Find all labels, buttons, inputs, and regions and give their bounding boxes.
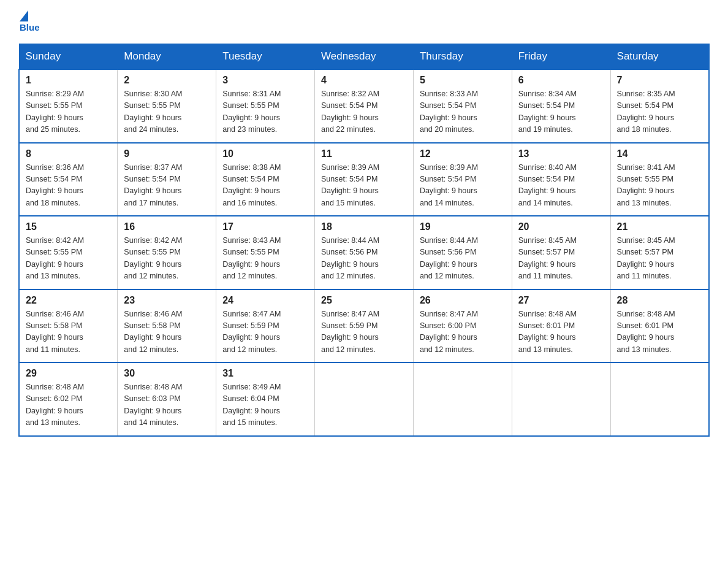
- day-number: 28: [617, 295, 702, 306]
- calendar-cell: 27Sunrise: 8:48 AM Sunset: 6:01 PM Dayli…: [512, 289, 610, 363]
- day-number: 26: [420, 295, 506, 306]
- day-number: 20: [518, 221, 604, 232]
- calendar-cell: [315, 362, 414, 436]
- day-info: Sunrise: 8:42 AM Sunset: 5:55 PM Dayligh…: [26, 235, 111, 283]
- calendar-cell: 22Sunrise: 8:46 AM Sunset: 5:58 PM Dayli…: [19, 289, 118, 363]
- day-info: Sunrise: 8:42 AM Sunset: 5:55 PM Dayligh…: [124, 235, 210, 283]
- calendar-cell: 19Sunrise: 8:44 AM Sunset: 5:56 PM Dayli…: [413, 216, 512, 289]
- calendar-cell: 21Sunrise: 8:45 AM Sunset: 5:57 PM Dayli…: [610, 216, 709, 289]
- day-number: 4: [321, 75, 407, 86]
- day-info: Sunrise: 8:29 AM Sunset: 5:55 PM Dayligh…: [26, 88, 111, 136]
- day-header-saturday: Saturday: [610, 44, 709, 70]
- day-info: Sunrise: 8:46 AM Sunset: 5:58 PM Dayligh…: [124, 308, 210, 356]
- calendar-cell: 1Sunrise: 8:29 AM Sunset: 5:55 PM Daylig…: [19, 69, 118, 143]
- calendar-cell: 3Sunrise: 8:31 AM Sunset: 5:55 PM Daylig…: [216, 69, 315, 143]
- day-info: Sunrise: 8:34 AM Sunset: 5:54 PM Dayligh…: [518, 88, 604, 136]
- page-header: Blue: [18, 12, 710, 33]
- calendar-cell: 28Sunrise: 8:48 AM Sunset: 6:01 PM Dayli…: [610, 289, 709, 363]
- day-info: Sunrise: 8:31 AM Sunset: 5:55 PM Dayligh…: [222, 88, 308, 136]
- day-info: Sunrise: 8:40 AM Sunset: 5:54 PM Dayligh…: [518, 162, 604, 210]
- calendar-week-row: 29Sunrise: 8:48 AM Sunset: 6:02 PM Dayli…: [19, 362, 709, 436]
- calendar-cell: 30Sunrise: 8:48 AM Sunset: 6:03 PM Dayli…: [118, 362, 216, 436]
- day-header-tuesday: Tuesday: [216, 44, 315, 70]
- day-info: Sunrise: 8:47 AM Sunset: 5:59 PM Dayligh…: [222, 308, 308, 356]
- day-number: 24: [222, 295, 308, 306]
- calendar-cell: 2Sunrise: 8:30 AM Sunset: 5:55 PM Daylig…: [118, 69, 216, 143]
- day-info: Sunrise: 8:47 AM Sunset: 5:59 PM Dayligh…: [321, 308, 407, 356]
- day-info: Sunrise: 8:38 AM Sunset: 5:54 PM Dayligh…: [222, 162, 308, 210]
- day-info: Sunrise: 8:30 AM Sunset: 5:55 PM Dayligh…: [124, 88, 210, 136]
- day-info: Sunrise: 8:33 AM Sunset: 5:54 PM Dayligh…: [420, 88, 506, 136]
- day-number: 22: [26, 295, 111, 306]
- calendar-cell: 10Sunrise: 8:38 AM Sunset: 5:54 PM Dayli…: [216, 143, 315, 216]
- day-number: 19: [420, 221, 506, 232]
- calendar-cell: 14Sunrise: 8:41 AM Sunset: 5:55 PM Dayli…: [610, 143, 709, 216]
- calendar-cell: [512, 362, 610, 436]
- calendar-cell: 4Sunrise: 8:32 AM Sunset: 5:54 PM Daylig…: [315, 69, 414, 143]
- day-number: 12: [420, 148, 506, 159]
- day-number: 9: [124, 148, 210, 159]
- day-info: Sunrise: 8:32 AM Sunset: 5:54 PM Dayligh…: [321, 88, 407, 136]
- calendar-cell: 18Sunrise: 8:44 AM Sunset: 5:56 PM Dayli…: [315, 216, 414, 289]
- day-info: Sunrise: 8:39 AM Sunset: 5:54 PM Dayligh…: [321, 162, 407, 210]
- day-number: 5: [420, 75, 506, 86]
- calendar-week-row: 22Sunrise: 8:46 AM Sunset: 5:58 PM Dayli…: [19, 289, 709, 363]
- day-number: 14: [617, 148, 702, 159]
- day-number: 21: [617, 221, 702, 232]
- day-info: Sunrise: 8:49 AM Sunset: 6:04 PM Dayligh…: [222, 381, 308, 429]
- day-info: Sunrise: 8:48 AM Sunset: 6:02 PM Dayligh…: [26, 381, 111, 429]
- day-info: Sunrise: 8:48 AM Sunset: 6:03 PM Dayligh…: [124, 381, 210, 429]
- day-info: Sunrise: 8:47 AM Sunset: 6:00 PM Dayligh…: [420, 308, 506, 356]
- day-info: Sunrise: 8:44 AM Sunset: 5:56 PM Dayligh…: [420, 235, 506, 283]
- calendar-header-row: SundayMondayTuesdayWednesdayThursdayFrid…: [19, 44, 709, 70]
- calendar-cell: 25Sunrise: 8:47 AM Sunset: 5:59 PM Dayli…: [315, 289, 414, 363]
- day-info: Sunrise: 8:39 AM Sunset: 5:54 PM Dayligh…: [420, 162, 506, 210]
- calendar-week-row: 8Sunrise: 8:36 AM Sunset: 5:54 PM Daylig…: [19, 143, 709, 216]
- day-number: 23: [124, 295, 210, 306]
- day-info: Sunrise: 8:44 AM Sunset: 5:56 PM Dayligh…: [321, 235, 407, 283]
- day-number: 27: [518, 295, 604, 306]
- calendar-cell: 15Sunrise: 8:42 AM Sunset: 5:55 PM Dayli…: [19, 216, 118, 289]
- calendar-cell: 13Sunrise: 8:40 AM Sunset: 5:54 PM Dayli…: [512, 143, 610, 216]
- day-number: 31: [222, 368, 308, 379]
- day-number: 8: [26, 148, 111, 159]
- calendar-cell: 26Sunrise: 8:47 AM Sunset: 6:00 PM Dayli…: [413, 289, 512, 363]
- calendar-cell: 31Sunrise: 8:49 AM Sunset: 6:04 PM Dayli…: [216, 362, 315, 436]
- day-number: 10: [222, 148, 308, 159]
- day-header-friday: Friday: [512, 44, 610, 70]
- day-number: 29: [26, 368, 111, 379]
- day-header-monday: Monday: [118, 44, 216, 70]
- day-info: Sunrise: 8:48 AM Sunset: 6:01 PM Dayligh…: [617, 308, 702, 356]
- day-number: 16: [124, 221, 210, 232]
- calendar-cell: 20Sunrise: 8:45 AM Sunset: 5:57 PM Dayli…: [512, 216, 610, 289]
- calendar-cell: [413, 362, 512, 436]
- calendar-cell: 9Sunrise: 8:37 AM Sunset: 5:54 PM Daylig…: [118, 143, 216, 216]
- day-number: 3: [222, 75, 308, 86]
- day-info: Sunrise: 8:37 AM Sunset: 5:54 PM Dayligh…: [124, 162, 210, 210]
- day-info: Sunrise: 8:36 AM Sunset: 5:54 PM Dayligh…: [26, 162, 111, 210]
- day-info: Sunrise: 8:35 AM Sunset: 5:54 PM Dayligh…: [617, 88, 702, 136]
- day-info: Sunrise: 8:48 AM Sunset: 6:01 PM Dayligh…: [518, 308, 604, 356]
- calendar-table: SundayMondayTuesdayWednesdayThursdayFrid…: [18, 44, 710, 437]
- calendar-cell: 6Sunrise: 8:34 AM Sunset: 5:54 PM Daylig…: [512, 69, 610, 143]
- day-number: 11: [321, 148, 407, 159]
- calendar-cell: 17Sunrise: 8:43 AM Sunset: 5:55 PM Dayli…: [216, 216, 315, 289]
- calendar-cell: 29Sunrise: 8:48 AM Sunset: 6:02 PM Dayli…: [19, 362, 118, 436]
- calendar-cell: 8Sunrise: 8:36 AM Sunset: 5:54 PM Daylig…: [19, 143, 118, 216]
- day-number: 17: [222, 221, 308, 232]
- day-number: 2: [124, 75, 210, 86]
- day-number: 25: [321, 295, 407, 306]
- calendar-cell: 12Sunrise: 8:39 AM Sunset: 5:54 PM Dayli…: [413, 143, 512, 216]
- calendar-cell: 24Sunrise: 8:47 AM Sunset: 5:59 PM Dayli…: [216, 289, 315, 363]
- calendar-cell: 16Sunrise: 8:42 AM Sunset: 5:55 PM Dayli…: [118, 216, 216, 289]
- day-number: 1: [26, 75, 111, 86]
- day-header-thursday: Thursday: [413, 44, 512, 70]
- day-number: 13: [518, 148, 604, 159]
- calendar-cell: 7Sunrise: 8:35 AM Sunset: 5:54 PM Daylig…: [610, 69, 709, 143]
- logo-subtitle: Blue: [20, 22, 40, 33]
- logo-triangle-icon: [20, 10, 28, 21]
- calendar-week-row: 15Sunrise: 8:42 AM Sunset: 5:55 PM Dayli…: [19, 216, 709, 289]
- calendar-cell: 11Sunrise: 8:39 AM Sunset: 5:54 PM Dayli…: [315, 143, 414, 216]
- logo: Blue: [18, 12, 40, 33]
- day-info: Sunrise: 8:43 AM Sunset: 5:55 PM Dayligh…: [222, 235, 308, 283]
